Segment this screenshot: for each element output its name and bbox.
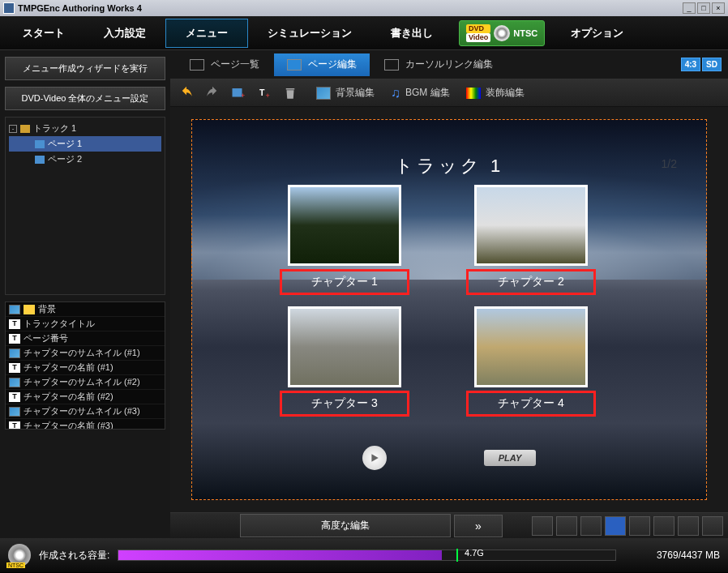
tab-page-list[interactable]: ページ一覧 [177,53,272,76]
maximize-button[interactable]: □ [697,2,710,14]
chapter-3[interactable]: チャプター 3 [280,306,409,417]
grid-view-button[interactable] [532,516,553,536]
tree-page2-label: ページ 2 [48,153,82,165]
sub-toolbar: + T+ 背景編集 ♫BGM 編集 装飾編集 [170,79,728,107]
app-icon [3,2,15,14]
page-icon [35,140,45,148]
image-icon [9,305,20,314]
titlebar: TMPGEnc Authoring Works 4 _ □ × [0,0,728,16]
global-menu-settings-button[interactable]: DVD-Video 全体のメニュー設定 [5,87,165,110]
list-icon [190,59,204,71]
tab-page-edit[interactable]: ページ編集 [274,53,370,76]
chapter-4-thumbnail[interactable] [474,306,588,387]
image-icon [9,378,20,387]
wizard-button[interactable]: メニュー作成ウィザードを実行 [5,57,165,80]
capacity-used-text: 4.7G [465,548,484,558]
undo-button[interactable] [177,83,196,103]
tree-track-label: トラック 1 [33,122,76,135]
chapter-1-label[interactable]: チャプター 1 [297,275,392,289]
left-panel: メニュー作成ウィザードを実行 DVD-Video 全体のメニュー設定 - トラッ… [0,50,170,538]
advanced-edit-button[interactable]: 高度な編集 [240,514,451,537]
collapse-icon[interactable]: - [9,125,17,133]
list-item[interactable]: チャプターのサムネイル (#3) [6,404,165,419]
chapter-2-label[interactable]: チャプター 2 [483,275,579,289]
capacity-label: 作成される容量: [39,549,109,562]
bgm-edit-button[interactable]: ♫BGM 編集 [391,86,450,100]
svg-text:T: T [259,88,265,97]
dvd-format-badge[interactable]: DVD Video NTSC [459,20,545,46]
text-icon: T [9,319,20,329]
dvd-badge-line1: DVD [466,24,490,33]
chapter-4-label[interactable]: チャプター 4 [483,396,579,411]
list-item[interactable]: Tページ番号 [6,331,165,346]
layout-button-4[interactable] [678,516,699,536]
image-icon [9,349,20,358]
delete-button[interactable] [280,83,300,103]
tab-cursor-link[interactable]: カーソルリンク編集 [371,53,506,76]
chapter-3-label[interactable]: チャプター 3 [297,396,392,411]
svg-text:+: + [241,92,245,100]
add-text-button[interactable]: T+ [255,83,274,103]
list-item[interactable]: Tチャプターの名前 (#2) [6,390,165,404]
tab-simulation[interactable]: シミュレーション [248,19,371,48]
tab-start[interactable]: スタート [3,19,84,48]
decoration-edit-button[interactable]: 装飾編集 [466,86,525,100]
list-item[interactable]: Tトラックタイトル [6,317,165,331]
add-image-button[interactable]: + [229,83,248,103]
tree-page2[interactable]: ページ 2 [9,152,161,167]
text-icon: T [9,363,20,373]
redo-button[interactable] [203,83,222,103]
page-icon [35,156,45,164]
window-title: TMPGEnc Authoring Works 4 [18,3,683,13]
image-icon [316,87,331,100]
list-item[interactable]: チャプターのサムネイル (#2) [6,375,165,390]
canvas-title[interactable]: トラック 1 [192,154,706,178]
text-icon: T [9,334,20,344]
layout-button-2[interactable] [580,516,602,536]
chapter-2-thumbnail[interactable] [474,185,588,266]
disc-icon [494,25,510,41]
play-button[interactable]: PLAY [484,450,537,466]
chapter-1-thumbnail[interactable] [288,185,401,266]
tab-menu[interactable]: メニュー [165,19,248,48]
page-indicator: 1/2 [662,157,677,170]
chapter-4[interactable]: チャプター 4 [466,306,596,417]
layout-button-5[interactable] [702,516,723,536]
tree-track-node[interactable]: - トラック 1 [9,121,161,136]
minimize-button[interactable]: _ [683,2,696,14]
property-list: 背景 Tトラックタイトル Tページ番号 チャプターのサムネイル (#1) Tチャ… [5,301,165,430]
chapter-3-thumbnail[interactable] [288,306,401,387]
chapter-1[interactable]: チャプター 1 [280,185,409,295]
tree-page1[interactable]: ページ 1 [9,136,161,152]
edit-icon [287,59,302,71]
forward-button[interactable]: » [454,515,503,537]
layout-button-3[interactable] [629,516,650,536]
menu-canvas[interactable]: トラック 1 1/2 チャプター 1 チャプター 2 チャプター 3 [191,119,707,500]
view-tabs: ページ一覧 ページ編集 カーソルリンク編集 4:3 SD [170,50,728,79]
text-icon: T [9,392,20,402]
color-bars-icon [466,88,481,99]
play-circle-button[interactable] [362,446,387,470]
layout-button-1[interactable] [556,516,577,536]
tab-input[interactable]: 入力設定 [84,19,165,48]
background-edit-button[interactable]: 背景編集 [316,86,375,100]
resize-h-button[interactable] [653,516,674,536]
list-item[interactable]: チャプターのサムネイル (#1) [6,346,165,361]
close-button[interactable]: × [712,2,725,14]
top-nav: スタート 入力設定 メニュー シミュレーション 書き出し DVD Video N… [0,16,728,50]
capacity-bar: 4.7G [118,549,616,561]
tab-option[interactable]: オプション [551,19,643,48]
select-mode-button[interactable] [605,516,626,536]
page-tree: - トラック 1 ページ 1 ページ 2 [5,117,165,295]
list-item[interactable]: 背景 [6,302,165,317]
chapter-2[interactable]: チャプター 2 [466,185,596,295]
tab-export[interactable]: 書き出し [371,19,452,48]
statusbar: 作成される容量: 4.7G 3769/4437 MB [0,538,728,572]
list-item[interactable]: Tチャプターの名前 (#1) [6,361,165,375]
capacity-total-text: 3769/4437 MB [657,549,720,561]
aspect-badge: 4:3 SD [681,58,722,71]
list-item[interactable]: Tチャプターの名前 (#3) [6,419,165,430]
sd-label: SD [702,58,722,71]
bottom-toolbar: 高度な編集 » [170,512,728,538]
lock-icon [24,305,35,314]
